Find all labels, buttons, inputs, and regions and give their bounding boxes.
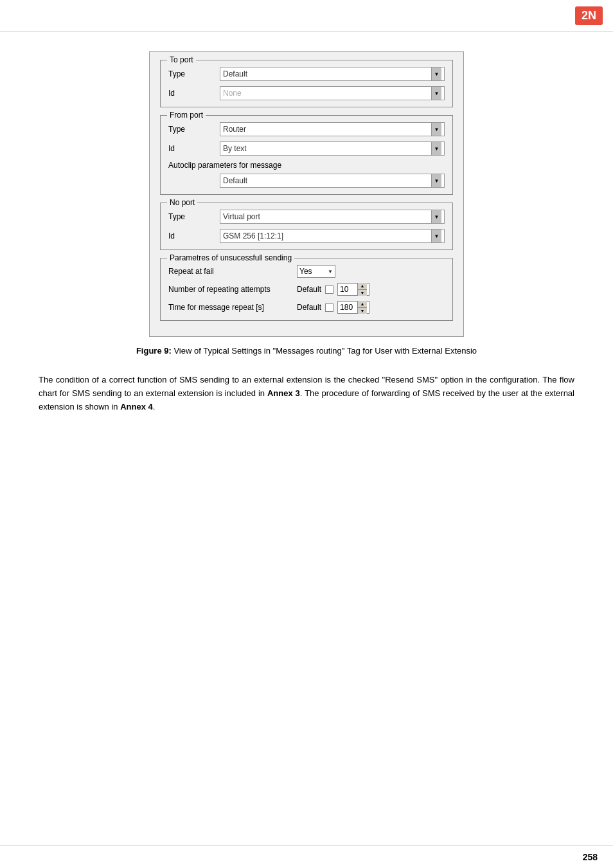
params-title: Parametres of unsucessfull sending <box>167 253 294 262</box>
attempts-up[interactable]: ▲ <box>358 283 367 290</box>
figure-label: Figure 9: <box>136 346 172 356</box>
from-port-id-row: Id By text ▼ <box>168 141 445 156</box>
time-up[interactable]: ▲ <box>358 301 367 308</box>
from-port-type-row: Type Router ▼ <box>168 122 445 136</box>
attempts-row: Number of repeating attempts Default 10 … <box>168 283 445 296</box>
to-port-id-control[interactable]: None ▼ <box>220 86 445 100</box>
body-text: The condition of a correct function of S… <box>39 374 574 413</box>
no-port-type-value: Virtual port <box>223 212 431 221</box>
time-default-wrap: Default <box>297 303 333 312</box>
no-port-type-row: Type Virtual port ▼ <box>168 210 445 224</box>
dialog-box: To port Type Default ▼ Id None ▼ <box>149 51 464 337</box>
no-port-id-value: GSM 256 [1:12:1] <box>223 231 431 240</box>
repeat-select[interactable]: Yes ▼ <box>297 265 335 278</box>
logo: 2N <box>575 6 603 25</box>
body-text-3: . <box>153 402 155 411</box>
repeat-row: Repeat at fail Yes ▼ <box>168 265 445 278</box>
to-port-type-arrow[interactable]: ▼ <box>431 68 441 80</box>
repeat-arrow: ▼ <box>328 269 333 275</box>
to-port-section: To port Type Default ▼ Id None ▼ <box>160 60 453 107</box>
attempts-default-wrap: Default <box>297 285 333 294</box>
attempts-down[interactable]: ▼ <box>358 290 367 296</box>
time-row: Time for message repeat [s] Default 180 … <box>168 301 445 314</box>
attempts-label: Number of repeating attempts <box>168 285 297 294</box>
from-port-type-label: Type <box>168 125 220 134</box>
figure-caption: Figure 9: View of Typical Settings in "M… <box>120 346 493 356</box>
attempts-value: 10 <box>340 285 348 294</box>
autoclip-label: Autoclip parameters for message <box>168 161 445 170</box>
to-port-type-value: Default <box>223 69 431 78</box>
to-port-type-select[interactable]: Default ▼ <box>220 67 445 81</box>
from-port-id-control[interactable]: By text ▼ <box>220 141 445 156</box>
time-label: Time for message repeat [s] <box>168 303 297 312</box>
to-port-title: To port <box>167 55 196 64</box>
to-port-id-select[interactable]: None ▼ <box>220 86 445 100</box>
to-port-type-label: Type <box>168 69 220 78</box>
from-port-type-arrow[interactable]: ▼ <box>431 123 441 136</box>
autoclip-value-row: Default ▼ <box>168 174 445 188</box>
time-checkbox[interactable] <box>325 303 333 312</box>
annex4-bold: Annex 4 <box>120 402 153 411</box>
autoclip-arrow[interactable]: ▼ <box>431 174 441 187</box>
main-content: To port Type Default ▼ Id None ▼ <box>0 32 613 452</box>
no-port-id-label: Id <box>168 231 220 240</box>
from-port-section: From port Type Router ▼ Id By text ▼ <box>160 115 453 195</box>
time-default-label: Default <box>297 303 321 312</box>
repeat-value: Yes <box>299 267 312 276</box>
repeat-label: Repeat at fail <box>168 267 297 276</box>
figure-text: View of Typical Settings in "Messages ro… <box>173 346 477 356</box>
annex3-bold: Annex 3 <box>267 388 300 398</box>
from-port-id-select[interactable]: By text ▼ <box>220 141 445 156</box>
to-port-id-value: None <box>223 89 431 98</box>
from-port-id-label: Id <box>168 144 220 153</box>
page-number: 258 <box>583 852 598 862</box>
from-port-type-value: Router <box>223 125 431 134</box>
bottom-bar: 258 <box>0 845 613 868</box>
from-port-id-arrow[interactable]: ▼ <box>431 142 441 155</box>
from-port-id-value: By text <box>223 144 431 153</box>
no-port-id-select[interactable]: GSM 256 [1:12:1] ▼ <box>220 229 445 243</box>
no-port-type-control[interactable]: Virtual port ▼ <box>220 210 445 224</box>
autoclip-select[interactable]: Default ▼ <box>220 174 445 188</box>
to-port-id-label: Id <box>168 89 220 98</box>
no-port-id-control[interactable]: GSM 256 [1:12:1] ▼ <box>220 229 445 243</box>
from-port-type-control[interactable]: Router ▼ <box>220 122 445 136</box>
time-value: 180 <box>340 303 353 312</box>
time-value-box[interactable]: 180 ▲ ▼ <box>337 301 369 314</box>
to-port-type-row: Type Default ▼ <box>168 67 445 81</box>
no-port-title: No port <box>167 198 197 207</box>
no-port-id-arrow[interactable]: ▼ <box>431 230 441 242</box>
no-port-section: No port Type Virtual port ▼ Id GSM 256 [… <box>160 203 453 250</box>
autoclip-value-control[interactable]: Default ▼ <box>220 174 445 188</box>
no-port-type-label: Type <box>168 212 220 221</box>
no-port-id-row: Id GSM 256 [1:12:1] ▼ <box>168 229 445 243</box>
to-port-id-row: Id None ▼ <box>168 86 445 100</box>
time-down[interactable]: ▼ <box>358 308 367 314</box>
autoclip-value: Default <box>223 176 431 185</box>
to-port-id-arrow[interactable]: ▼ <box>431 87 441 100</box>
attempts-checkbox[interactable] <box>325 285 333 294</box>
attempts-value-box[interactable]: 10 ▲ ▼ <box>337 283 369 296</box>
from-port-title: From port <box>167 111 206 120</box>
from-port-type-select[interactable]: Router ▼ <box>220 122 445 136</box>
to-port-type-control[interactable]: Default ▼ <box>220 67 445 81</box>
attempts-spinner[interactable]: ▲ ▼ <box>357 283 367 296</box>
top-bar: 2N <box>0 0 613 32</box>
no-port-type-select[interactable]: Virtual port ▼ <box>220 210 445 224</box>
time-spinner[interactable]: ▲ ▼ <box>357 301 367 314</box>
params-section: Parametres of unsucessfull sending Repea… <box>160 258 453 321</box>
attempts-default-label: Default <box>297 285 321 294</box>
no-port-type-arrow[interactable]: ▼ <box>431 210 441 223</box>
